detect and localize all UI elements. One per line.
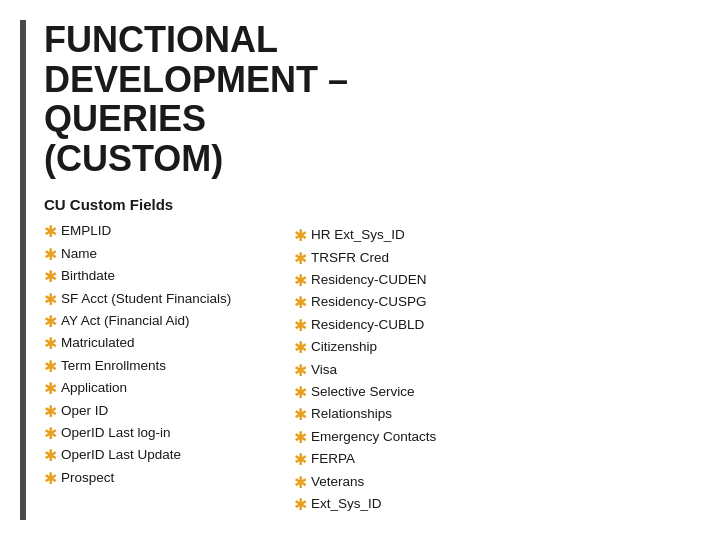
bullet-icon: ✱ [294, 248, 307, 270]
bullet-icon: ✱ [294, 337, 307, 359]
bullet-icon: ✱ [44, 244, 57, 266]
bullet-icon: ✱ [44, 468, 57, 490]
list-item: ✱ Relationships [294, 404, 514, 426]
item-text: Ext_Sys_ID [311, 494, 514, 515]
list-item: ✱ OperID Last log-in [44, 423, 264, 445]
bullet-icon: ✱ [294, 270, 307, 292]
list-item: ✱ Name [44, 244, 264, 266]
bullet-icon: ✱ [294, 315, 307, 337]
bullet-icon: ✱ [44, 423, 57, 445]
content-area: FUNCTIONAL DEVELOPMENT – QUERIES (CUSTOM… [44, 20, 720, 520]
item-text: Visa [311, 360, 514, 381]
item-text: Emergency Contacts [311, 427, 514, 448]
list-item: ✱ Term Enrollments [44, 356, 264, 378]
item-text: Residency-CUDEN [311, 270, 514, 291]
list-item: ✱ Matriculated [44, 333, 264, 355]
main-title: FUNCTIONAL DEVELOPMENT – QUERIES (CUSTOM… [44, 20, 720, 178]
bullet-icon: ✱ [44, 311, 57, 333]
list-item: ✱ Selective Service [294, 382, 514, 404]
page-container: FUNCTIONAL DEVELOPMENT – QUERIES (CUSTOM… [0, 0, 720, 540]
bullet-icon: ✱ [44, 356, 57, 378]
bullet-icon: ✱ [44, 333, 57, 355]
item-text: Relationships [311, 404, 514, 425]
item-text: AY Act (Financial Aid) [61, 311, 264, 332]
list-item: ✱ Veterans [294, 472, 514, 494]
title-block: FUNCTIONAL DEVELOPMENT – QUERIES (CUSTOM… [44, 20, 720, 178]
item-text: Term Enrollments [61, 356, 264, 377]
item-text: HR Ext_Sys_ID [311, 225, 514, 246]
list-item: ✱ Emergency Contacts [294, 427, 514, 449]
item-text: SF Acct (Student Financials) [61, 289, 264, 310]
list-item: ✱ FERPA [294, 449, 514, 471]
item-text: Residency-CUBLD [311, 315, 514, 336]
item-text: Veterans [311, 472, 514, 493]
item-text: Citizenship [311, 337, 514, 358]
list-item: ✱ EMPLID [44, 221, 264, 243]
left-column-header: CU Custom Fields [44, 196, 264, 213]
list-item: ✱ Prospect [44, 468, 264, 490]
right-column: ✱ HR Ext_Sys_ID ✱ TRSFR Cred ✱ Residency… [294, 196, 514, 520]
bullet-icon: ✱ [294, 472, 307, 494]
item-text: Residency-CUSPG [311, 292, 514, 313]
bullet-icon: ✱ [294, 292, 307, 314]
list-item: ✱ Visa [294, 360, 514, 382]
list-item: ✱ Citizenship [294, 337, 514, 359]
list-item: ✱ SF Acct (Student Financials) [44, 289, 264, 311]
item-text: Application [61, 378, 264, 399]
columns-area: CU Custom Fields ✱ EMPLID ✱ Name ✱ Birth… [44, 196, 720, 520]
item-text: FERPA [311, 449, 514, 470]
item-text: TRSFR Cred [311, 248, 514, 269]
list-item: ✱ Oper ID [44, 401, 264, 423]
bullet-icon: ✱ [294, 225, 307, 247]
item-text: EMPLID [61, 221, 264, 242]
list-item: ✱ TRSFR Cred [294, 248, 514, 270]
bullet-icon: ✱ [44, 289, 57, 311]
item-text: OperID Last Update [61, 445, 264, 466]
item-text: Matriculated [61, 333, 264, 354]
title-line3: QUERIES [44, 98, 206, 139]
list-item: ✱ Residency-CUSPG [294, 292, 514, 314]
bullet-icon: ✱ [44, 221, 57, 243]
item-text: Selective Service [311, 382, 514, 403]
bullet-icon: ✱ [294, 494, 307, 516]
bullet-icon: ✱ [44, 266, 57, 288]
list-item: ✱ Application [44, 378, 264, 400]
item-text: Prospect [61, 468, 264, 489]
title-line4: (CUSTOM) [44, 138, 223, 179]
list-item: ✱ Birthdate [44, 266, 264, 288]
bullet-icon: ✱ [294, 427, 307, 449]
bullet-icon: ✱ [44, 378, 57, 400]
bullet-icon: ✱ [294, 404, 307, 426]
bullet-icon: ✱ [44, 445, 57, 467]
bullet-icon: ✱ [294, 449, 307, 471]
list-item: ✱ Residency-CUBLD [294, 315, 514, 337]
title-line1: FUNCTIONAL [44, 19, 278, 60]
item-text: Name [61, 244, 264, 265]
item-text: OperID Last log-in [61, 423, 264, 444]
bullet-icon: ✱ [44, 401, 57, 423]
list-item: ✱ OperID Last Update [44, 445, 264, 467]
title-line2: DEVELOPMENT – [44, 59, 348, 100]
left-accent-bar [20, 20, 26, 520]
list-item: ✱ Ext_Sys_ID [294, 494, 514, 516]
list-item: ✱ AY Act (Financial Aid) [44, 311, 264, 333]
left-column: CU Custom Fields ✱ EMPLID ✱ Name ✱ Birth… [44, 196, 264, 520]
item-text: Oper ID [61, 401, 264, 422]
bullet-icon: ✱ [294, 360, 307, 382]
item-text: Birthdate [61, 266, 264, 287]
list-item: ✱ Residency-CUDEN [294, 270, 514, 292]
bullet-icon: ✱ [294, 382, 307, 404]
list-item: ✱ HR Ext_Sys_ID [294, 225, 514, 247]
